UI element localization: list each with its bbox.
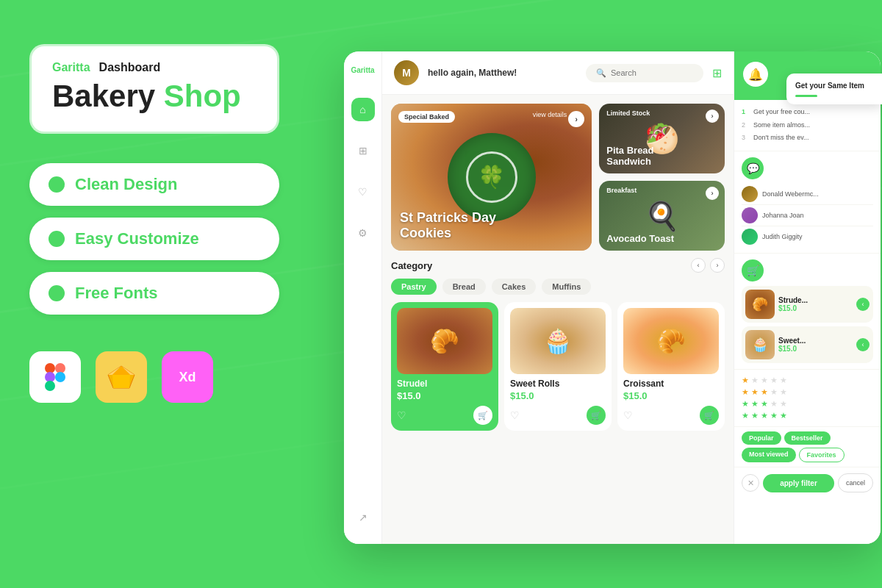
pita-banner-arrow[interactable]: › xyxy=(706,110,719,123)
notif-num-1: 1 xyxy=(742,108,749,115)
strudel-cart-btn[interactable]: 🛒 xyxy=(473,406,492,425)
apply-filter-button[interactable]: apply filter xyxy=(763,474,834,492)
chat-avatar-3 xyxy=(742,229,758,245)
sidebar-logo: Garitta xyxy=(351,66,374,74)
filter-tag-favorites[interactable]: Favorites xyxy=(799,448,845,462)
chat-name-2: Johanna Joan xyxy=(762,212,804,219)
figma-icon[interactable] xyxy=(29,351,81,403)
app-topbar: M hello again, Matthew! 🔍 ⊞ xyxy=(382,51,734,95)
sketch-icon[interactable] xyxy=(96,351,147,403)
filter-tag-popular[interactable]: Popular xyxy=(742,431,781,445)
notif-num-3: 3 xyxy=(742,134,749,141)
search-input[interactable] xyxy=(611,68,693,77)
greeting-text: hello again, Matthew! xyxy=(428,68,577,78)
chat-user-2: Johanna Joan xyxy=(742,205,873,226)
filter-tag-bestseller[interactable]: Bestseller xyxy=(784,431,831,445)
product-actions-croissant: ♡ 🛒 xyxy=(623,406,719,425)
chat-name-1: Donald Webermc... xyxy=(762,190,819,198)
category-pill-bread[interactable]: Bread xyxy=(442,279,486,295)
rating-row-green-2: ★ ★ ★ ★ ★ xyxy=(742,411,873,420)
avocado-banner-arrow[interactable]: › xyxy=(706,187,719,200)
star-g1-3: ★ xyxy=(761,399,768,409)
product-image-croissant: 🥐 xyxy=(623,308,719,374)
filter-close-btn[interactable]: ✕ xyxy=(742,474,759,492)
notif-item-3: 3 Don't miss the ev... xyxy=(742,132,873,145)
star-g2-5: ★ xyxy=(780,411,787,420)
xd-icon[interactable]: Xd xyxy=(162,351,213,403)
category-next-btn[interactable]: › xyxy=(710,258,725,273)
category-pill-muffins[interactable]: Muffins xyxy=(542,279,591,295)
product-price-croissant: $15.0 xyxy=(623,390,719,401)
brand-name: Garitta xyxy=(52,61,90,74)
product-image-strudel: 🥐 xyxy=(397,308,492,374)
cart-section: 🛒 🥐 Strude... $15.0 ‹ 🧁 Sweet... $15.0 ‹ xyxy=(734,254,881,370)
sweet-rolls-cart-btn[interactable]: 🛒 xyxy=(587,406,606,425)
cart-icon-btn[interactable]: 🛒 xyxy=(742,259,764,282)
svg-rect-1 xyxy=(55,363,65,373)
star-g2-4: ★ xyxy=(770,411,778,420)
category-pill-cakes[interactable]: Cakes xyxy=(492,279,536,295)
left-panel: Garitta Dashboard Bakery Shop Clean Desi… xyxy=(29,44,279,403)
star-1-5: ★ xyxy=(780,376,787,385)
app-content: 🍀 Special Baked view details › St Patric… xyxy=(382,95,734,544)
ratings-section: ★ ★ ★ ★ ★ ★ ★ ★ ★ ★ ★ ★ ★ ★ ★ ★ xyxy=(734,370,881,427)
filter-tag-most-viewed[interactable]: Most viewed xyxy=(742,448,796,462)
product-name-croissant: Croissant xyxy=(623,379,719,389)
cart-item-2-price: $15.0 xyxy=(778,345,853,353)
star-2-1: ★ xyxy=(742,387,749,397)
star-2-5: ★ xyxy=(780,387,787,397)
notif-item-1: 1 Get your free cou... xyxy=(742,106,873,119)
same-item-text: Get your Same Item xyxy=(795,81,873,91)
croissant-cart-btn[interactable]: 🛒 xyxy=(700,406,719,425)
sidebar-grid-icon[interactable]: ⊞ xyxy=(351,139,375,162)
sidebar-heart-icon[interactable]: ♡ xyxy=(351,180,375,204)
feature-label-free-fonts: Free Fonts xyxy=(75,284,157,303)
category-pill-pastry[interactable]: Pastry xyxy=(391,279,437,295)
brand-card: Garitta Dashboard Bakery Shop xyxy=(29,44,279,134)
cart-item-1-nav[interactable]: ‹ xyxy=(856,298,870,311)
bell-icon[interactable]: 🔔 xyxy=(743,62,768,87)
search-bar[interactable]: 🔍 xyxy=(586,64,703,82)
cart-item-2-nav[interactable]: ‹ xyxy=(856,338,870,351)
sweet-rolls-heart-btn[interactable]: ♡ xyxy=(510,409,520,421)
chat-user-3: Judith Giggity xyxy=(742,226,873,247)
cart-item-2: 🧁 Sweet... $15.0 ‹ xyxy=(742,326,873,363)
chat-name-3: Judith Giggity xyxy=(762,233,803,240)
same-item-accent xyxy=(795,95,817,97)
cart-item-2-img: 🧁 xyxy=(745,330,775,359)
sidebar-home-icon[interactable]: ⌂ xyxy=(351,98,375,121)
category-prev-btn[interactable]: ‹ xyxy=(691,258,706,273)
cart-item-1-name: Strude... xyxy=(778,296,853,304)
rating-row-1: ★ ★ ★ ★ ★ xyxy=(742,376,873,385)
chat-icon-btn[interactable]: 💬 xyxy=(742,157,764,179)
filter-icon[interactable]: ⊞ xyxy=(712,66,722,80)
star-1-2: ★ xyxy=(751,376,759,385)
products-grid: 🥐 Strudel $15.0 ♡ 🛒 🧁 Sweet Rolls $15.0 … xyxy=(391,302,725,431)
rating-row-2: ★ ★ ★ ★ ★ xyxy=(742,387,873,397)
filter-actions: ✕ apply filter cancel xyxy=(734,467,881,498)
product-card-croissant: 🥐 Croissant $15.0 ♡ 🛒 xyxy=(617,302,725,431)
sidebar-logout-icon[interactable]: ↗ xyxy=(351,506,375,529)
strudel-heart-btn[interactable]: ♡ xyxy=(397,409,406,421)
user-avatar: M xyxy=(394,60,419,85)
feature-label-clean-design: Clean Design xyxy=(75,175,177,194)
greeting-user: Matthew! xyxy=(478,68,517,78)
croissant-heart-btn[interactable]: ♡ xyxy=(623,409,633,421)
pita-banner-title: Pita Bread Sandwich xyxy=(606,145,653,168)
avocado-banner-title: Avocado Toast xyxy=(606,233,674,245)
notif-text-3: Don't miss the ev... xyxy=(753,134,809,143)
star-g2-1: ★ xyxy=(742,411,749,420)
cancel-filter-button[interactable]: cancel xyxy=(838,473,873,492)
sidebar-settings-icon[interactable]: ⚙ xyxy=(351,221,375,245)
cart-item-1-info: Strude... $15.0 xyxy=(778,296,853,312)
star-2-4: ★ xyxy=(770,387,778,397)
star-1-4: ★ xyxy=(770,376,778,385)
brand-title: Bakery Shop xyxy=(52,79,257,114)
filter-tags-section: Popular Bestseller Most viewed Favorites xyxy=(734,427,881,467)
pita-banner: 🥙 Limited Stock › Pita Bread Sandwich xyxy=(599,104,725,173)
category-row: Category ‹ › Pastry Bread Cakes Muffins xyxy=(391,258,725,295)
category-header: Category ‹ › xyxy=(391,258,725,273)
star-1-1: ★ xyxy=(742,376,749,385)
product-actions-sweet-rolls: ♡ 🛒 xyxy=(510,406,606,425)
product-name-strudel: Strudel xyxy=(397,379,492,389)
